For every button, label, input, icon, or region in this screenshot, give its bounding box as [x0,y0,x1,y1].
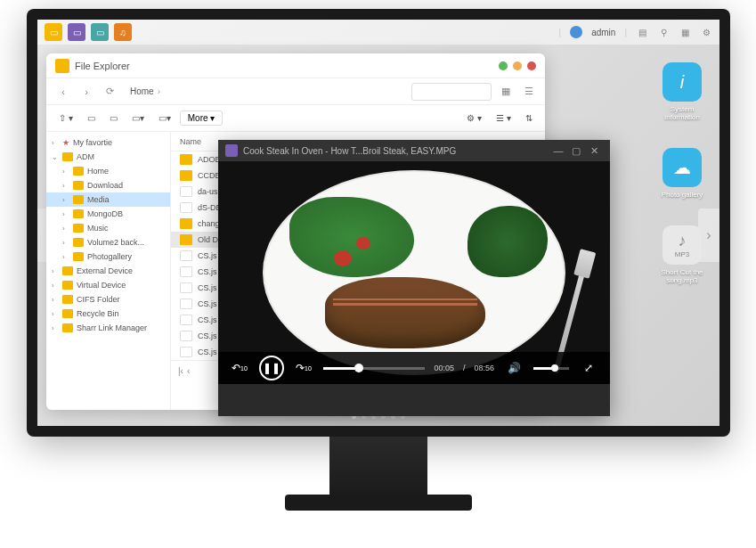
taskbar-photo-icon[interactable]: ▭ [91,23,109,41]
folder-icon [180,218,192,229]
folder-icon [62,152,73,161]
folder-icon [73,195,84,204]
search-icon[interactable]: ⚲ [657,26,670,38]
folder-icon [73,224,84,233]
move-button[interactable]: ▭▾ [153,110,176,127]
new-file-button[interactable]: ▭ [104,110,123,127]
sidebar-item-download[interactable]: ›Download [46,178,170,192]
breadcrumb[interactable]: Home › [123,86,408,96]
sidebar-item-virtual-device[interactable]: ›Virtual Device [46,278,170,292]
upload-button[interactable]: ⇧ ▾ [53,110,78,127]
sidebar-item-label: External Device [77,266,133,275]
sidebar-item-sharr-link-manager[interactable]: ›Sharr Link Manager [46,321,170,335]
window-minimize-button[interactable] [499,61,508,70]
desktop-icon-mp3-shortcut[interactable]: ♪ MP3 Short Cut the song.mp3 [655,225,709,284]
taskbar-audio-icon[interactable]: ♫ [114,23,132,41]
view-settings-button[interactable]: ⚙ ▾ [461,110,487,127]
skip-forward-button[interactable]: ↷10 [293,357,314,379]
window-maximize-button[interactable] [513,61,522,70]
sidebar-item-photogallery[interactable]: ›Photogallery [46,249,170,264]
player-titlebar[interactable]: Cook Steak In Oven - How T...Broil Steak… [218,140,610,161]
settings-icon[interactable]: ⚙ [700,26,712,38]
expand-chevron-icon: › [62,210,69,218]
file-name: CS.js [198,283,217,292]
pager-prev[interactable]: ‹ [187,366,190,376]
sidebar-item-home[interactable]: ›Home [46,164,170,178]
taskbar-player-icon[interactable]: ▭ [68,23,85,41]
sidebar-item-media[interactable]: ›Media [46,192,170,207]
expand-chevron-icon: › [52,324,59,332]
window-titlebar[interactable]: File Explorer [46,53,545,78]
sidebar-item-cifs-folder[interactable]: ›CIFS Folder [46,292,170,307]
folder-icon [62,323,73,332]
folder-icon [62,309,73,318]
player-maximize-button[interactable]: ▢ [567,142,585,159]
sidebar-item-label: Volume2 back... [87,238,144,247]
more-button[interactable]: More ▾ [180,110,224,126]
sidebar-tree: ›★My favortie⌄ADM›Home›Download›Media›Mo… [46,132,171,410]
nav-forward-button[interactable]: › [77,82,96,102]
volume-slider[interactable] [533,367,569,370]
list-view-button[interactable]: ☰ ▾ [491,110,516,127]
folder-icon [73,238,84,247]
folder-icon [73,252,84,261]
expand-chevron-icon: › [62,225,69,233]
user-avatar-icon[interactable] [570,26,582,38]
sidebar-item-my-favortie[interactable]: ›★My favortie [46,135,170,150]
dashboard-icon[interactable]: ▦ [679,26,691,38]
file-icon [180,331,192,341]
window-close-button[interactable] [527,61,536,70]
sidebar-item-music[interactable]: ›Music [46,221,170,235]
progress-bar[interactable] [323,367,425,370]
sidebar-item-label: CIFS Folder [77,295,120,304]
file-icon [180,315,192,325]
copy-button[interactable]: ▭▾ [126,110,150,127]
video-frame[interactable]: ↶10 ❚❚ ↷10 00:05 / 08:56 🔊 [218,161,610,384]
sidebar-item-mongodb[interactable]: ›MongoDB [46,207,170,221]
file-name: CS.js [198,348,217,356]
folder-icon [73,209,84,218]
search-input[interactable] [411,83,492,101]
menu-icon[interactable]: ☰ [520,83,538,101]
sidebar-item-label: Download [87,181,123,190]
time-total: 08:56 [474,364,494,372]
play-pause-button[interactable]: ❚❚ [259,356,284,380]
sort-button[interactable]: ⇅ [520,110,538,127]
sidebar-item-adm[interactable]: ⌄ADM [46,150,170,164]
file-name: CS.js [198,315,217,324]
folder-icon [180,154,192,165]
sidebar-item-label: My favortie [73,138,112,147]
window-title: File Explorer [75,61,499,71]
file-name: CS.js [198,331,217,340]
player-minimize-button[interactable]: — [549,142,567,159]
expand-chevron-icon: › [52,296,59,304]
desktop-icon-photo-gallery[interactable]: ☁ Photo gallery [662,148,703,199]
file-icon [180,186,192,197]
sidebar-item-external-device[interactable]: ›External Device [46,264,170,278]
folder-icon [73,167,84,176]
sidebar-item-label: Sharr Link Manager [77,323,147,332]
player-title: Cook Steak In Oven - How T...Broil Steak… [243,146,549,156]
expand-chevron-icon: › [62,168,69,176]
player-close-button[interactable]: ✕ [585,142,603,159]
nav-back-button[interactable]: ‹ [53,82,73,102]
folder-icon [62,281,73,290]
user-name[interactable]: admin [591,28,615,37]
nav-refresh-button[interactable]: ⟳ [100,82,119,102]
file-icon [180,250,192,261]
file-icon [180,266,192,277]
sidebar-item-volume2-back-[interactable]: ›Volume2 back... [46,235,170,249]
desktop-icon-system-info[interactable]: i System Information [655,62,709,121]
messages-icon[interactable]: ▤ [636,26,648,38]
taskbar-explorer-icon[interactable]: ▭ [45,23,62,41]
grid-view-icon[interactable]: ▦ [497,83,515,101]
expand-chevron-icon: ⌄ [52,153,59,161]
fullscreen-button[interactable]: ⤢ [578,357,599,379]
volume-icon[interactable]: 🔊 [503,357,524,379]
pager-first[interactable]: |‹ [178,366,183,376]
new-folder-button[interactable]: ▭ [82,110,101,127]
folder-icon [73,181,84,190]
sidebar-item-recycle-bin[interactable]: ›Recycle Bin [46,307,170,321]
skip-back-button[interactable]: ↶10 [229,357,250,379]
sidebar-item-label: Recycle Bin [77,309,119,318]
